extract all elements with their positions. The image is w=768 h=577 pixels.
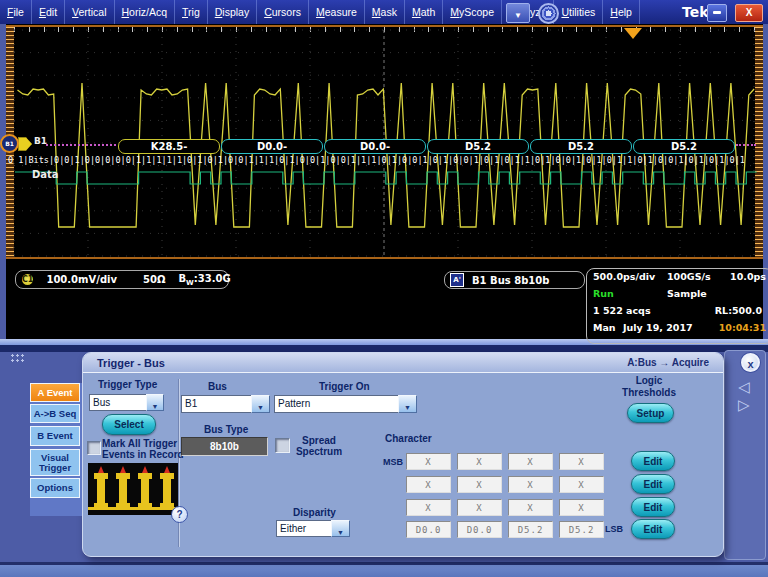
- character-label: Character: [385, 433, 432, 444]
- tab-visual-trigger[interactable]: Visual Trigger: [30, 449, 80, 476]
- bus-decode-box: D5.2: [427, 139, 529, 154]
- resolution: 10.0ps: [730, 271, 766, 282]
- scope-display: B1 B1 K28.5-D0.0-D0.0-D5.2D5.2D5.2 0 1|B…: [6, 24, 763, 339]
- channel-termination: 50Ω: [143, 274, 165, 285]
- menu-item-edit[interactable]: Edit: [32, 0, 65, 24]
- collapse-left-icon[interactable]: ◁: [738, 379, 750, 394]
- menu-item-myscope[interactable]: MyScope: [443, 0, 502, 24]
- bus-idle-line-right: [736, 144, 756, 146]
- trigger-on-select[interactable]: Pattern: [274, 395, 400, 413]
- edit-button[interactable]: Edit: [631, 451, 675, 471]
- menu-item-measure[interactable]: Measure: [309, 0, 365, 24]
- menu-item-utilities[interactable]: Utilities: [554, 0, 603, 24]
- tab-b-event[interactable]: B Event: [30, 426, 80, 446]
- close-button[interactable]: X: [735, 4, 763, 22]
- bus-decode-box: D0.0-: [324, 139, 426, 154]
- character-cell[interactable]: X: [406, 476, 451, 493]
- menu-item-mask[interactable]: Mask: [365, 0, 405, 24]
- tek-scope-screen: { "window": { "logo": "Tek" }, "menu": {…: [0, 0, 768, 577]
- character-cell[interactable]: X: [406, 453, 451, 470]
- trigger-type-select[interactable]: Bus: [89, 394, 148, 411]
- tek-logo: Tek: [682, 4, 709, 20]
- collapse-right-icon[interactable]: ▷: [738, 397, 750, 412]
- mark-events-checkbox[interactable]: [87, 441, 101, 455]
- character-cell[interactable]: D0.0: [457, 521, 502, 538]
- trigger-events-graphic: [88, 463, 178, 515]
- bus-type-label: Bus Type: [204, 424, 248, 435]
- timing-row-4: Man July 19, 2017 10:04:31: [591, 322, 768, 339]
- disparity-dropdown-icon[interactable]: [331, 520, 350, 537]
- trigger-on-dropdown-icon[interactable]: [398, 395, 417, 413]
- menu-item-help[interactable]: Help: [603, 0, 640, 24]
- sample-rate: 100GS/s: [667, 271, 711, 282]
- bus-field-label: Bus: [208, 381, 227, 392]
- character-cell[interactable]: D0.0: [406, 521, 451, 538]
- menu-dropdown-button[interactable]: [506, 3, 530, 23]
- disparity-select[interactable]: Either: [276, 520, 333, 537]
- trigger-type-label: Trigger Type: [98, 379, 157, 390]
- menu-item-display[interactable]: Display: [208, 0, 257, 24]
- character-cell[interactable]: D5.2: [508, 521, 553, 538]
- grip-dots-icon: [10, 353, 25, 363]
- select-button[interactable]: Select: [102, 414, 156, 435]
- dialog-context: A:Bus → Acquire: [627, 357, 709, 368]
- logic-setup-button[interactable]: Setup: [627, 403, 674, 423]
- character-cell[interactable]: X: [406, 499, 451, 516]
- edit-button[interactable]: Edit: [631, 497, 675, 517]
- help-button[interactable]: ?: [171, 506, 188, 523]
- date: July 19, 2017: [623, 322, 693, 333]
- bus-dropdown-icon[interactable]: [251, 395, 270, 413]
- record-length: RL:500.0: [715, 305, 762, 316]
- character-cell[interactable]: X: [559, 476, 604, 493]
- edit-button[interactable]: Edit: [631, 474, 675, 494]
- menu-item-trig[interactable]: Trig: [175, 0, 208, 24]
- character-cell[interactable]: X: [559, 499, 604, 516]
- character-cell[interactable]: X: [559, 453, 604, 470]
- trigger-bus-dialog: Trigger - Bus A:Bus → Acquire Trigger Ty…: [82, 352, 724, 557]
- character-cell[interactable]: D5.2: [559, 521, 604, 538]
- character-cell[interactable]: X: [508, 453, 553, 470]
- trigger-type-dropdown-icon[interactable]: [146, 394, 164, 411]
- dialog-close-button[interactable]: [741, 353, 760, 372]
- bus-decode-box: K28.5-: [118, 139, 220, 154]
- character-cell[interactable]: X: [457, 453, 502, 470]
- bus-readout-label: B1 Bus 8b10b: [472, 275, 549, 286]
- logic-thresholds-label: LogicThresholds: [619, 375, 679, 399]
- minimize-button[interactable]: [707, 4, 727, 22]
- menu-item-cursors[interactable]: Cursors: [257, 0, 309, 24]
- character-cell[interactable]: X: [508, 476, 553, 493]
- bus-decode-box: D5.2: [530, 139, 632, 154]
- channel-badge[interactable]: C1: [22, 274, 33, 285]
- menu-item-vertical[interactable]: Vertical: [65, 0, 114, 24]
- msb-label: MSB: [383, 457, 403, 467]
- trigger-on-label: Trigger On: [319, 381, 370, 392]
- tab-options[interactable]: Options: [30, 478, 80, 498]
- spread-spectrum-checkbox[interactable]: [275, 438, 290, 453]
- menu-bar: FileEditVerticalHoriz/AcqTrigDisplayCurs…: [0, 0, 768, 24]
- acq-mode: Sample: [667, 288, 707, 299]
- channel-scale: 100.0mV/div: [46, 274, 117, 285]
- bus-select[interactable]: B1: [181, 395, 253, 413]
- bus-readout[interactable]: A' B1 Bus 8b10b: [444, 271, 585, 289]
- edit-button[interactable]: Edit: [631, 519, 675, 539]
- bus-decode-box: D0.0-: [221, 139, 323, 154]
- bezel-strip-dark: [0, 345, 768, 352]
- menu-item-math[interactable]: Math: [405, 0, 443, 24]
- bus-bits-row: 0 1|Bits|0|0|1|0|0|0|0|0|1|1|1|1|1|0|1|0…: [8, 155, 756, 167]
- channel-readout[interactable]: C1 100.0mV/div 50Ω BW:33.0G: [15, 270, 229, 289]
- character-cell[interactable]: X: [457, 476, 502, 493]
- character-cell[interactable]: X: [508, 499, 553, 516]
- spread-spectrum-label: SpreadSpectrum: [289, 435, 349, 457]
- menu-item-horiz-acq[interactable]: Horiz/Acq: [115, 0, 176, 24]
- tab-a-event[interactable]: A Event: [30, 383, 80, 402]
- target-icon[interactable]: [538, 3, 559, 24]
- timebase: 500.0ps/div: [593, 271, 655, 282]
- dialog-title: Trigger - Bus: [97, 357, 165, 369]
- dialog-header: Trigger - Bus A:Bus → Acquire: [83, 353, 723, 373]
- tab-a-b-seq[interactable]: A->B Seq: [30, 404, 80, 423]
- bus-b1-marker[interactable]: B1: [0, 134, 19, 153]
- trigger-source-badge: A': [450, 273, 464, 287]
- timing-row-1: 500.0ps/div 100GS/s 10.0ps: [591, 271, 768, 288]
- menu-item-file[interactable]: File: [0, 0, 32, 24]
- character-cell[interactable]: X: [457, 499, 502, 516]
